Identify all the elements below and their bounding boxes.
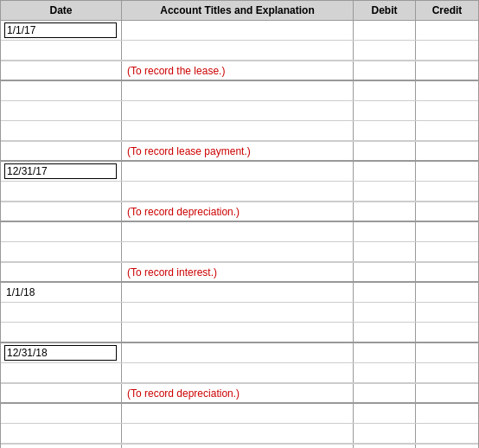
note-credit	[416, 384, 478, 402]
account-cell	[122, 363, 354, 382]
debit-input[interactable]	[357, 83, 412, 99]
account-cell	[122, 303, 354, 322]
account-cell	[122, 81, 354, 100]
account-input[interactable]	[125, 244, 349, 259]
account-input[interactable]	[125, 406, 349, 421]
account-input[interactable]	[125, 42, 349, 58]
debit-cell	[354, 363, 416, 382]
debit-input[interactable]	[357, 285, 412, 300]
credit-input[interactable]	[419, 324, 475, 340]
debit-input[interactable]	[357, 22, 412, 38]
note-credit	[416, 142, 478, 160]
date-cell: 1/1/18	[1, 283, 122, 302]
entry-section-5: 1/1/18	[0, 282, 479, 342]
credit-input[interactable]	[419, 224, 475, 240]
account-input[interactable]	[125, 285, 349, 300]
note-debit	[354, 142, 416, 160]
account-input[interactable]	[125, 426, 349, 441]
entry-section-1: (To record the lease.)	[0, 20, 479, 80]
debit-input[interactable]	[357, 103, 412, 118]
credit-input[interactable]	[419, 103, 475, 118]
table-row	[1, 81, 478, 101]
account-input[interactable]	[125, 324, 349, 340]
debit-cell	[354, 162, 416, 181]
credit-input[interactable]	[419, 244, 475, 259]
debit-cell	[354, 222, 416, 241]
debit-cell	[354, 41, 416, 60]
debit-input[interactable]	[357, 163, 412, 179]
credit-input[interactable]	[419, 163, 475, 179]
account-input[interactable]	[125, 365, 349, 381]
credit-cell	[416, 323, 478, 342]
credit-input[interactable]	[419, 345, 475, 361]
date-input[interactable]	[4, 163, 117, 179]
credit-cell	[416, 121, 478, 140]
account-input[interactable]	[125, 83, 349, 99]
account-input[interactable]	[125, 103, 349, 118]
debit-cell	[354, 81, 416, 100]
credit-input[interactable]	[419, 365, 475, 381]
credit-input[interactable]	[419, 406, 475, 421]
account-input[interactable]	[125, 224, 349, 240]
account-cell	[122, 283, 354, 302]
account-input[interactable]	[125, 163, 349, 179]
table-row	[1, 363, 478, 383]
table-row	[1, 121, 478, 141]
table-row	[1, 41, 478, 61]
note-row: (To record interest.)	[1, 444, 478, 448]
debit-cell	[354, 101, 416, 120]
date-cell	[1, 303, 122, 322]
credit-input[interactable]	[419, 123, 475, 138]
account-header: Account Titles and Explanation	[122, 1, 354, 20]
credit-cell	[416, 404, 478, 423]
debit-input[interactable]	[357, 365, 412, 381]
date-cell	[1, 162, 122, 181]
date-header: Date	[1, 1, 122, 20]
debit-input[interactable]	[357, 345, 412, 361]
date-cell	[1, 81, 122, 100]
note-text: (To record depreciation.)	[122, 202, 354, 221]
note-debit	[354, 202, 416, 221]
debit-cell	[354, 182, 416, 201]
account-input[interactable]	[125, 304, 349, 320]
debit-input[interactable]	[357, 123, 412, 138]
credit-input[interactable]	[419, 42, 475, 58]
credit-input[interactable]	[419, 83, 475, 99]
account-input[interactable]	[125, 123, 349, 138]
debit-input[interactable]	[357, 183, 412, 199]
table-header: Date Account Titles and Explanation Debi…	[0, 0, 479, 20]
credit-input[interactable]	[419, 426, 475, 441]
date-cell	[1, 121, 122, 140]
debit-input[interactable]	[357, 406, 412, 421]
credit-input[interactable]	[419, 285, 475, 300]
table-row: 1/1/18	[1, 283, 478, 303]
account-input[interactable]	[125, 345, 349, 361]
table-row	[1, 21, 478, 41]
credit-cell	[416, 41, 478, 60]
debit-input[interactable]	[357, 244, 412, 259]
debit-input[interactable]	[357, 426, 412, 441]
credit-input[interactable]	[419, 304, 475, 320]
debit-input[interactable]	[357, 42, 412, 58]
debit-input[interactable]	[357, 224, 412, 240]
account-cell	[122, 101, 354, 120]
date-input[interactable]	[4, 345, 117, 361]
date-input[interactable]	[4, 22, 117, 38]
account-input[interactable]	[125, 183, 349, 199]
credit-input[interactable]	[419, 183, 475, 199]
debit-input[interactable]	[357, 324, 412, 340]
debit-input[interactable]	[357, 304, 412, 320]
note-date	[1, 61, 122, 80]
note-date	[1, 263, 122, 281]
credit-cell	[416, 101, 478, 120]
date-cell	[1, 323, 122, 342]
credit-cell	[416, 81, 478, 100]
note-debit	[354, 384, 416, 402]
note-date	[1, 445, 122, 448]
note-text: (To record lease payment.)	[122, 142, 354, 160]
account-cell	[122, 21, 354, 40]
account-input[interactable]	[125, 22, 349, 38]
debit-cell	[354, 343, 416, 362]
table-row	[1, 182, 478, 202]
credit-input[interactable]	[419, 22, 475, 38]
